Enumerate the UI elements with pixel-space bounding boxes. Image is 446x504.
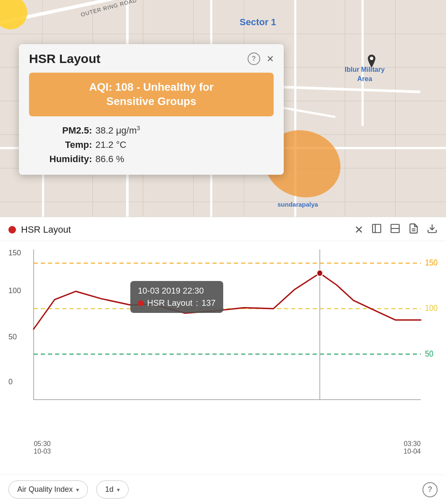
toolbar-help-button[interactable]: ? <box>422 482 438 497</box>
tooltip-series-label: HSR Layout <box>147 298 193 308</box>
expand-icon[interactable] <box>371 223 382 236</box>
svg-text:150: 150 <box>425 258 438 267</box>
x-label-area: 05:30 10-03 03:30 10-04 <box>34 440 421 455</box>
y-label-100: 100 <box>8 286 21 295</box>
panel-header: HSR Layout ✕ <box>0 217 446 241</box>
tooltip-number: 137 <box>201 298 215 308</box>
stat-value-pm25: 38.2 μg/m3 <box>95 125 140 136</box>
info-popup: HSR Layout ? × AQI: 108 - Unhealthy forS… <box>19 44 284 175</box>
svg-text:100: 100 <box>425 304 438 313</box>
bottom-toolbar: Air Quality Index ▾ 1d ▾ ? <box>0 475 446 504</box>
stat-value-temp: 21.2 °C <box>95 139 127 150</box>
metric-label: Air Quality Index <box>17 485 73 494</box>
svg-text:50: 50 <box>425 349 433 358</box>
x-time-end: 03:30 <box>404 440 421 448</box>
popup-close-button[interactable]: × <box>267 53 274 65</box>
svg-point-17 <box>317 270 323 276</box>
aqi-banner: AQI: 108 - Unhealthy forSensitive Groups <box>29 73 274 116</box>
chart-svg: 150 100 50 <box>34 249 421 413</box>
period-dropdown[interactable]: 1d ▾ <box>96 480 129 499</box>
panel-title: HSR Layout <box>21 224 71 235</box>
stat-label-pm25: PM2.5: <box>37 125 92 136</box>
stat-label-humidity: Humidity: <box>37 154 92 165</box>
x-time-start: 05:30 <box>34 440 51 448</box>
popup-help-button[interactable]: ? <box>248 52 260 65</box>
chart-tooltip: 10-03 2019 22:30 HSR Layout: 137 <box>130 281 223 313</box>
period-label: 1d <box>105 485 113 494</box>
tooltip-dot <box>138 300 144 306</box>
download-icon[interactable] <box>427 223 438 236</box>
popup-actions: ? × <box>248 52 274 65</box>
y-label-0: 0 <box>8 378 13 386</box>
tooltip-value: HSR Layout: 137 <box>138 298 216 308</box>
y-label-50: 50 <box>8 333 17 341</box>
svg-point-0 <box>370 57 373 60</box>
metric-chevron-icon: ▾ <box>76 486 79 493</box>
stat-label-temp: Temp: <box>37 139 92 150</box>
bottom-panel: HSR Layout ✕ <box>0 217 446 504</box>
panel-title-area: HSR Layout <box>8 224 71 235</box>
sundarapalya-label: sundarapalya <box>277 201 318 208</box>
close-icon[interactable]: ✕ <box>354 223 364 236</box>
popup-stats: PM2.5: 38.2 μg/m3 Temp: 21.2 °C Humidity… <box>29 125 274 165</box>
iblur-area-label: Iblur MilitaryArea <box>345 65 385 84</box>
split-icon[interactable] <box>390 223 401 236</box>
popup-title: HSR Layout <box>29 52 100 66</box>
yellow-blob <box>0 0 27 29</box>
sector-label: Sector 1 <box>240 17 276 28</box>
tooltip-date: 10-03 2019 22:30 <box>138 286 216 296</box>
x-date-end: 10-04 <box>404 448 421 455</box>
location-pin <box>366 55 377 71</box>
series-color-dot <box>8 226 16 234</box>
y-label-150: 150 <box>8 249 21 257</box>
stat-value-humidity: 86.6 % <box>95 154 124 165</box>
x-label-end: 03:30 10-04 <box>404 440 421 455</box>
chart-area: 150 100 50 0 150 100 50 <box>0 241 446 459</box>
stat-row-temp: Temp: 21.2 °C <box>37 139 274 150</box>
period-chevron-icon: ▾ <box>117 486 120 493</box>
svg-rect-1 <box>372 224 381 233</box>
stat-row-pm25: PM2.5: 38.2 μg/m3 <box>37 125 274 136</box>
stat-row-humidity: Humidity: 86.6 % <box>37 154 274 165</box>
x-label-start: 05:30 10-03 <box>34 440 51 455</box>
document-icon[interactable] <box>408 223 419 236</box>
panel-icons: ✕ <box>354 223 438 236</box>
x-date-start: 10-03 <box>34 448 51 455</box>
metric-dropdown[interactable]: Air Quality Index ▾ <box>8 480 88 499</box>
aqi-banner-text: AQI: 108 - Unhealthy forSensitive Groups <box>37 80 265 109</box>
popup-header: HSR Layout ? × <box>29 52 274 66</box>
